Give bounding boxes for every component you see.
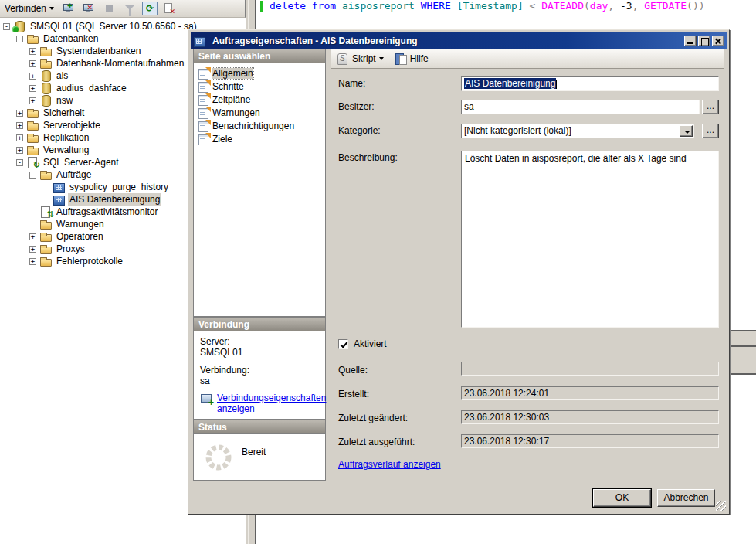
- connection-properties-icon: [200, 393, 214, 405]
- job-icon: [53, 194, 65, 205]
- page-item-targets[interactable]: Ziele: [195, 132, 324, 145]
- sql-token: (: [584, 0, 590, 12]
- help-icon: [395, 53, 407, 65]
- script-button[interactable]: Skript: [352, 53, 376, 64]
- sql-query-line[interactable]: delete from aisposreport WHERE [Timestam…: [270, 0, 705, 12]
- expander-icon[interactable]: -: [29, 172, 36, 178]
- enabled-checkbox[interactable]: [338, 339, 348, 349]
- tree-item-label: Warnungen: [55, 218, 106, 230]
- page-item-steps[interactable]: Schritte: [195, 80, 324, 93]
- page-item-alerts[interactable]: Warnungen: [195, 106, 324, 119]
- tree-item-label: Auftragsaktivitätsmonitor: [55, 206, 159, 218]
- job-history-link[interactable]: Auftragsverlauf anzeigen: [338, 459, 441, 470]
- owner-field[interactable]: sa: [461, 100, 700, 114]
- server-value: SMSQL01: [200, 347, 319, 358]
- expander-icon[interactable]: +: [29, 233, 36, 240]
- tree-item-label: ais: [55, 70, 69, 82]
- connection-properties-link[interactable]: Verbindungseigenschaften anzeigen: [217, 393, 326, 414]
- status-header: Status: [193, 420, 326, 434]
- expander-icon[interactable]: -: [3, 23, 10, 30]
- help-button[interactable]: Hilfe: [410, 53, 429, 64]
- expander-icon[interactable]: -: [16, 159, 23, 166]
- tree-item-label: Proxys: [55, 243, 86, 255]
- change-tracking-bar: [260, 1, 263, 12]
- expander-icon[interactable]: +: [29, 60, 36, 67]
- delete-script-icon[interactable]: [162, 2, 178, 15]
- text-caret: [556, 80, 557, 89]
- page-item-label: Benachrichtigungen: [212, 121, 294, 131]
- source-label: Quelle:: [338, 365, 368, 376]
- created-label: Erstellt:: [338, 389, 369, 400]
- general-page-panel: Skript Hilfe Name: AIS Datenbereinigung …: [331, 49, 724, 481]
- tree-item-label: nsw: [55, 94, 74, 107]
- folder-icon: [39, 256, 52, 267]
- expander-icon[interactable]: +: [29, 85, 36, 92]
- expander-icon[interactable]: +: [29, 246, 36, 253]
- page-item-label: Ziele: [212, 134, 232, 144]
- tree-item-label: Verwaltung: [42, 144, 90, 156]
- expander-icon[interactable]: +: [16, 134, 23, 141]
- ok-button[interactable]: OK: [593, 489, 651, 507]
- expander-icon[interactable]: +: [16, 122, 23, 129]
- cancel-button[interactable]: Abbrechen: [657, 489, 715, 507]
- folder-icon: [26, 144, 39, 155]
- page-item-schedules[interactable]: Zeitpläne: [195, 93, 324, 106]
- category-browse-button[interactable]: ...: [702, 124, 719, 138]
- created-field: 23.06.2018 12:24:01: [461, 386, 719, 400]
- dialog-footer: OK Abbrechen: [191, 481, 727, 512]
- sql-token: DATEADD: [541, 0, 584, 12]
- dropdown-arrow-icon[interactable]: [680, 125, 693, 137]
- tree-item-label: Fehlerprotokolle: [55, 255, 124, 267]
- expander-icon[interactable]: +: [16, 147, 23, 154]
- minimize-button[interactable]: [684, 36, 697, 46]
- tree-item-label: syspolicy_purge_history: [68, 181, 170, 193]
- page-icon: [198, 94, 209, 105]
- folder-icon: [39, 219, 52, 230]
- page-selector-panel: Seite auswählen Allgemein Schritte Zeitp…: [193, 49, 326, 481]
- chevron-down-icon[interactable]: [379, 57, 384, 60]
- folder-icon: [39, 46, 52, 56]
- sql-token: <: [530, 0, 542, 12]
- name-label: Name:: [338, 78, 365, 89]
- page-icon: [198, 81, 209, 92]
- sql-token: ,: [632, 0, 645, 12]
- page-item-notifications[interactable]: Benachrichtigungen: [195, 119, 324, 132]
- expander-icon[interactable]: +: [29, 97, 36, 104]
- category-label: Kategorie:: [338, 125, 381, 136]
- status-value: Bereit: [242, 447, 266, 457]
- tree-item-label: SMSQL01 (SQL Server 10.50.6560 - sa): [29, 20, 198, 32]
- dialog-titlebar[interactable]: Auftragseigenschaften - AIS Datenbereini…: [191, 32, 727, 49]
- close-button[interactable]: [712, 36, 724, 46]
- expander-icon[interactable]: +: [29, 258, 36, 265]
- expander-icon[interactable]: +: [29, 48, 36, 55]
- page-item-general[interactable]: Allgemein: [195, 66, 324, 80]
- tree-item-label: Aufträge: [55, 168, 93, 181]
- folder-icon: [26, 107, 39, 118]
- progress-spinner-icon: [203, 442, 234, 473]
- page-item-label: Schritte: [212, 81, 244, 92]
- category-dropdown[interactable]: [Nicht kategorisiert (lokal)]: [461, 124, 694, 138]
- expander-icon[interactable]: +: [16, 110, 23, 117]
- connection-label: Verbindung:: [200, 365, 319, 376]
- job-icon: [193, 36, 205, 46]
- tree-item-label: Replikation: [42, 131, 90, 144]
- connect-dropdown-button[interactable]: Verbinden: [2, 2, 57, 15]
- tree-item-label: audius_dashface: [55, 82, 128, 94]
- sql-token: -3: [620, 0, 632, 12]
- refresh-icon[interactable]: [142, 2, 158, 15]
- folder-icon: [26, 33, 39, 44]
- chevron-down-icon: [49, 7, 54, 10]
- expander-icon[interactable]: +: [29, 73, 36, 80]
- tree-item-label: Operatoren: [55, 230, 105, 243]
- maximize-button[interactable]: [698, 36, 710, 46]
- owner-browse-button[interactable]: ...: [702, 100, 719, 114]
- description-textarea[interactable]: Löscht Daten in aisposreport, die älter …: [461, 151, 719, 328]
- tree-item-label: Datenbank-Momentaufnahmen: [55, 57, 185, 70]
- expander-icon[interactable]: -: [16, 36, 23, 42]
- sql-token: aisposreport: [342, 0, 421, 12]
- name-field[interactable]: AIS Datenbereinigung: [461, 76, 719, 91]
- connect-object-explorer-icon[interactable]: [62, 2, 77, 15]
- disconnect-icon[interactable]: [82, 2, 97, 15]
- resize-grip[interactable]: [716, 501, 726, 511]
- description-label: Beschreibung:: [338, 152, 398, 163]
